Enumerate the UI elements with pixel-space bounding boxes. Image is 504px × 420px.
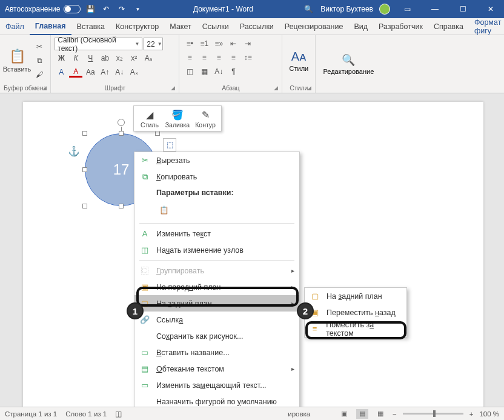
- zoom-out-button[interactable]: −: [393, 410, 397, 418]
- ctx-wrap-text[interactable]: ▤Обтекание текстом▸: [134, 361, 299, 377]
- ctx-save-picture[interactable]: Сохранить как рисунок...: [134, 328, 299, 344]
- view-print-icon[interactable]: ▤: [356, 409, 368, 419]
- line-spacing-icon[interactable]: ↕≡: [241, 52, 254, 64]
- bold-icon[interactable]: Ж: [55, 52, 68, 64]
- paste-option-icon[interactable]: 📋: [156, 202, 172, 218]
- redo-icon[interactable]: ↷: [116, 3, 128, 15]
- paragraph-launcher-icon[interactable]: ◢: [274, 85, 278, 91]
- user-name[interactable]: Виктор Бухтеев: [320, 5, 373, 13]
- tab-view[interactable]: Вид: [348, 18, 373, 35]
- cut-icon[interactable]: ✂: [33, 41, 46, 53]
- bullets-icon[interactable]: ≡•: [183, 38, 196, 50]
- ctx-alt-text[interactable]: ▭Изменить замещающий текст...: [134, 377, 299, 393]
- zoom-slider[interactable]: [403, 413, 463, 415]
- tab-developer[interactable]: Разработчик: [373, 18, 428, 35]
- tab-file[interactable]: Файл: [0, 18, 30, 35]
- minimize-icon[interactable]: —: [424, 0, 446, 18]
- grow-font-icon[interactable]: A↑: [98, 66, 111, 78]
- change-case-icon[interactable]: Aa: [84, 66, 97, 78]
- tab-review[interactable]: Рецензирование: [279, 18, 349, 35]
- editing-button[interactable]: 🔍 Редактирование: [319, 38, 377, 90]
- multilevel-icon[interactable]: ≡»: [212, 38, 225, 50]
- font-name-combo[interactable]: Calibri (Основной текст)▼: [55, 38, 142, 50]
- ctx-link[interactable]: 🔗Ссылка: [134, 312, 299, 328]
- numbering-icon[interactable]: ≡1: [197, 38, 211, 50]
- resize-handle[interactable]: [155, 131, 160, 136]
- tab-shape-format[interactable]: Формат фигу: [469, 18, 504, 35]
- clear-formatting-icon[interactable]: Aₓ: [127, 66, 141, 78]
- text-effects-icon[interactable]: Aₐ: [142, 52, 155, 64]
- subscript-icon[interactable]: x₂: [113, 52, 126, 64]
- increase-indent-icon[interactable]: ⇥: [241, 38, 254, 50]
- mini-fill-button[interactable]: 🪣 Заливка: [164, 108, 191, 128]
- maximize-icon[interactable]: ☐: [452, 0, 474, 18]
- resize-handle[interactable]: [119, 204, 124, 208]
- ctx-edit-points[interactable]: ◫Начать изменение узлов: [134, 242, 299, 258]
- view-focus-icon[interactable]: ▣: [338, 409, 350, 419]
- tab-home[interactable]: Главная: [30, 18, 71, 35]
- undo-icon[interactable]: ↶: [100, 3, 112, 15]
- tab-layout[interactable]: Макет: [164, 18, 196, 35]
- qat-dropdown-icon[interactable]: ▼: [131, 3, 144, 15]
- resize-handle[interactable]: [119, 131, 124, 136]
- superscript-icon[interactable]: x²: [127, 52, 141, 64]
- close-icon[interactable]: ✕: [480, 0, 502, 18]
- italic-icon[interactable]: К: [69, 52, 82, 64]
- show-marks-icon[interactable]: ¶: [227, 65, 240, 78]
- highlight-icon[interactable]: A: [55, 66, 68, 78]
- font-color-icon[interactable]: A: [69, 67, 82, 78]
- clipboard-launcher-icon[interactable]: ◢: [42, 85, 47, 91]
- align-right-icon[interactable]: ≡: [212, 52, 225, 64]
- align-left-icon[interactable]: ≡: [183, 52, 196, 64]
- resize-handle[interactable]: [82, 131, 87, 136]
- zoom-in-button[interactable]: +: [469, 410, 474, 418]
- decrease-indent-icon[interactable]: ⇤: [227, 38, 240, 50]
- strike-icon[interactable]: ab: [98, 52, 111, 64]
- paste-button[interactable]: 📋 Вставить: [4, 38, 30, 83]
- view-web-icon[interactable]: ▦: [374, 409, 386, 419]
- ribbon-options-icon[interactable]: ▭: [396, 0, 418, 18]
- font-size-combo[interactable]: 22▼: [144, 38, 163, 50]
- format-painter-icon[interactable]: 🖌: [33, 68, 46, 81]
- tab-references[interactable]: Ссылки: [197, 18, 234, 35]
- underline-icon[interactable]: Ч: [84, 52, 97, 64]
- search-icon[interactable]: 🔍: [302, 3, 314, 15]
- sub-send-back[interactable]: ▢На задний план: [305, 288, 406, 304]
- ctx-edit-text[interactable]: AИзменить текст: [134, 225, 299, 242]
- mini-outline-button[interactable]: ✎ Контур: [192, 108, 219, 128]
- sub-behind-text[interactable]: ≡Поместить за текстом: [305, 321, 406, 337]
- rotate-handle-icon[interactable]: [118, 119, 125, 126]
- tab-help[interactable]: Справка: [428, 18, 469, 35]
- blank-icon: [139, 331, 150, 342]
- styles-launcher-icon[interactable]: ◢: [307, 85, 311, 91]
- styles-button[interactable]: Aᴀ Стили: [286, 38, 311, 83]
- shading-icon[interactable]: ◫: [183, 65, 196, 78]
- save-icon[interactable]: 💾: [84, 3, 96, 15]
- resize-handle[interactable]: [82, 167, 87, 172]
- layout-options-button[interactable]: ⬚: [163, 138, 176, 152]
- user-avatar-icon[interactable]: [379, 4, 390, 15]
- status-page[interactable]: Страница 1 из 1: [5, 410, 57, 418]
- resize-handle[interactable]: [82, 204, 87, 208]
- font-launcher-icon[interactable]: ◢: [171, 85, 175, 91]
- tab-insert[interactable]: Вставка: [71, 18, 110, 35]
- tab-mailings[interactable]: Рассылки: [234, 18, 279, 35]
- copy-icon[interactable]: ⧉: [33, 55, 46, 67]
- ctx-insert-caption[interactable]: ▭Вставить название...: [134, 344, 299, 361]
- shrink-font-icon[interactable]: A↓: [113, 66, 126, 78]
- sort-icon[interactable]: A↓: [212, 65, 225, 78]
- borders-icon[interactable]: ▦: [197, 65, 211, 78]
- align-center-icon[interactable]: ≡: [197, 52, 211, 64]
- status-words[interactable]: Слово 1 из 1: [65, 410, 107, 418]
- status-language-icon[interactable]: ◫: [115, 410, 122, 418]
- ctx-cut[interactable]: ✂Вырезать: [134, 152, 299, 168]
- zoom-level[interactable]: 100 %: [479, 410, 499, 418]
- tab-design[interactable]: Конструктор: [110, 18, 164, 35]
- ctx-bring-front[interactable]: ▣На передний план▸: [134, 279, 299, 295]
- ctx-send-back[interactable]: ▢На задний план▸: [134, 295, 299, 312]
- mini-style-button[interactable]: ◢ Стиль: [136, 108, 163, 128]
- ctx-copy[interactable]: ⧉Копировать: [134, 168, 299, 185]
- sub-send-backward[interactable]: ▣Переместить назад: [305, 304, 406, 321]
- justify-icon[interactable]: ≡: [227, 52, 240, 64]
- autosave-toggle[interactable]: Автосохранение: [5, 5, 81, 13]
